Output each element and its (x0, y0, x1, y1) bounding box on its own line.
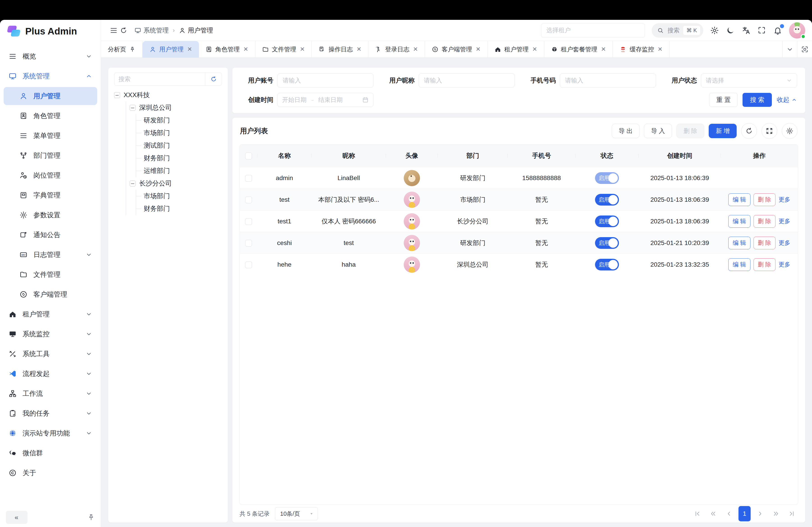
sidebar-item-客户端管理[interactable]: 客户端管理 (4, 285, 97, 303)
user-avatar[interactable] (789, 22, 805, 39)
sidebar-item-概览[interactable]: 概览 (4, 47, 97, 65)
tabs-dropdown-chevron-icon[interactable] (782, 41, 797, 58)
global-search-button[interactable]: 搜索 ⌘ K (652, 23, 703, 37)
jump-forward-icon[interactable] (770, 507, 782, 520)
previous-page-icon[interactable] (723, 507, 735, 520)
last-page-icon[interactable] (785, 507, 798, 520)
sidebar-item-微信群[interactable]: 微信群 (4, 444, 97, 462)
more-actions-link[interactable]: 更多 (779, 217, 791, 225)
tab-租户管理[interactable]: 租户管理✕ (488, 41, 544, 58)
close-tab-icon[interactable]: ✕ (413, 46, 418, 53)
nickname-input[interactable] (423, 77, 510, 84)
jump-back-icon[interactable] (707, 507, 720, 520)
tab-缓存监控[interactable]: redis缓存监控✕ (613, 41, 669, 58)
tree-node-研发部门[interactable]: 研发部门 (136, 114, 222, 127)
breadcrumb-item-system[interactable]: 系统管理 (134, 26, 169, 35)
breadcrumb-item-users[interactable]: 用户管理 (179, 26, 213, 35)
settings-gear-icon[interactable] (710, 26, 719, 35)
expand-table-icon[interactable] (762, 123, 777, 139)
import-button[interactable]: 导 入 (644, 124, 672, 138)
search-button[interactable]: 搜 索 (742, 93, 772, 107)
sidebar-item-通知公告[interactable]: 通知公告 (4, 226, 97, 244)
tab-角色管理[interactable]: 角色管理✕ (199, 41, 255, 58)
sidebar-item-系统管理[interactable]: 系统管理 (4, 67, 97, 85)
tree-node-运维部门[interactable]: 运维部门 (136, 165, 222, 177)
pin-icon[interactable] (129, 46, 135, 52)
tab-用户管理[interactable]: 用户管理✕ (143, 41, 199, 58)
tab-登录日志[interactable]: 登录日志✕ (368, 41, 425, 58)
row-checkbox[interactable] (240, 174, 257, 182)
tree-expander-icon[interactable] (130, 181, 135, 186)
row-checkbox[interactable] (240, 239, 257, 246)
tree-expander-icon[interactable] (130, 105, 135, 111)
status-toggle[interactable]: 启用 (595, 194, 619, 206)
sidebar-item-角色管理[interactable]: 角色管理 (4, 107, 97, 125)
current-page-button[interactable]: 1 (738, 506, 751, 521)
sidebar-collapse-button[interactable]: « (6, 511, 28, 524)
add-button[interactable]: 新 增 (709, 124, 737, 138)
daterange-picker[interactable]: 开始日期 → 结束日期 (277, 93, 374, 107)
hamburger-menu-icon[interactable] (109, 26, 119, 35)
tree-node-财务部门[interactable]: 财务部门 (136, 202, 222, 215)
edit-button[interactable]: 编 辑 (728, 215, 750, 228)
tab-分析页[interactable]: 分析页 (101, 41, 143, 58)
sidebar-item-系统监控[interactable]: 系统监控 (4, 325, 97, 343)
sidebar-item-日志管理[interactable]: DEV日志管理 (4, 246, 97, 264)
more-actions-link[interactable]: 更多 (779, 196, 791, 204)
reset-button[interactable]: 重 置 (709, 93, 738, 107)
delete-row-button[interactable]: 删 除 (754, 237, 775, 249)
sidebar-item-岗位管理[interactable]: 岗位管理 (4, 166, 97, 184)
edit-button[interactable]: 编 辑 (728, 237, 750, 249)
tree-node-深圳总公司[interactable]: 深圳总公司 (126, 102, 222, 114)
sidebar-item-我的任务[interactable]: 我的任务 (4, 404, 97, 422)
export-button[interactable]: 导 出 (612, 124, 640, 138)
sidebar-item-租户管理[interactable]: 租户管理 (4, 305, 97, 323)
delete-row-button[interactable]: 删 除 (754, 258, 775, 271)
more-actions-link[interactable]: 更多 (779, 239, 791, 247)
sidebar-item-流程发起[interactable]: 流程发起 (4, 365, 97, 383)
more-actions-link[interactable]: 更多 (779, 260, 791, 269)
close-tab-icon[interactable]: ✕ (300, 46, 305, 53)
delete-button[interactable]: 删 除 (677, 124, 705, 138)
status-toggle[interactable]: 启用 (595, 237, 619, 249)
close-tab-icon[interactable]: ✕ (601, 46, 606, 53)
tree-search-input[interactable] (114, 76, 205, 83)
sidebar-item-字典管理[interactable]: 字典管理 (4, 186, 97, 204)
refresh-page-icon[interactable] (119, 26, 129, 35)
sidebar-item-文件管理[interactable]: 文件管理 (4, 266, 97, 284)
collapse-filters-link[interactable]: 收起 (777, 95, 797, 104)
tree-node-长沙分公司[interactable]: 长沙分公司 (126, 177, 222, 190)
tab-文件管理[interactable]: 文件管理✕ (255, 41, 312, 58)
close-tab-icon[interactable]: ✕ (243, 46, 248, 53)
tab-租户套餐管理[interactable]: 租户套餐管理✕ (544, 41, 613, 58)
close-tab-icon[interactable]: ✕ (357, 46, 361, 53)
row-checkbox[interactable] (240, 261, 257, 268)
tree-node-财务部门[interactable]: 财务部门 (136, 152, 222, 165)
status-toggle[interactable]: 启用 (595, 172, 619, 184)
tree-refresh-icon[interactable] (205, 73, 222, 86)
row-checkbox[interactable] (240, 196, 257, 203)
tree-node-市场部门[interactable]: 市场部门 (136, 190, 222, 202)
close-tab-icon[interactable]: ✕ (476, 46, 481, 53)
tree-node-市场部门[interactable]: 市场部门 (136, 127, 222, 139)
refresh-table-icon[interactable] (741, 123, 757, 139)
status-select[interactable]: 请选择 (701, 74, 797, 88)
sidebar-item-关于[interactable]: 关于 (4, 464, 97, 482)
fullscreen-icon[interactable] (757, 26, 766, 35)
tab-操作日志[interactable]: 操作日志✕ (312, 41, 368, 58)
sidebar-item-用户管理[interactable]: 用户管理 (4, 87, 97, 105)
tree-expander-icon[interactable] (114, 92, 120, 98)
account-input[interactable] (282, 77, 369, 84)
sidebar-item-部门管理[interactable]: 部门管理 (4, 147, 97, 165)
content-maximize-icon[interactable] (797, 41, 812, 58)
close-tab-icon[interactable]: ✕ (532, 46, 537, 53)
select-all-checkbox[interactable] (240, 152, 257, 160)
sidebar-item-演示站专用功能[interactable]: 演示站专用功能 (4, 424, 97, 442)
tree-node-测试部门[interactable]: 测试部门 (136, 139, 222, 152)
phone-input[interactable] (565, 77, 651, 84)
translate-language-icon[interactable] (742, 26, 751, 35)
sidebar-item-系统工具[interactable]: 系统工具 (4, 345, 97, 363)
sidebar-pin-icon[interactable] (87, 513, 95, 521)
column-settings-gear-icon[interactable] (782, 123, 798, 139)
status-toggle[interactable]: 启用 (595, 215, 619, 227)
